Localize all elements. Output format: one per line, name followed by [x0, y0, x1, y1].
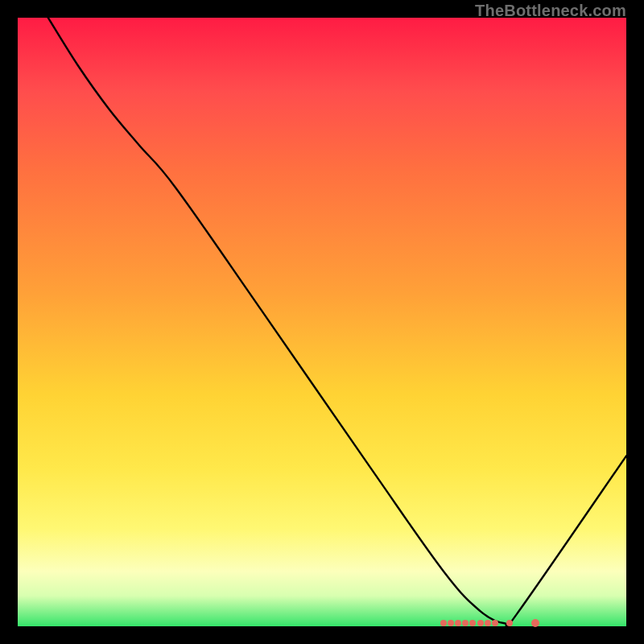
- sample-point: [448, 620, 454, 626]
- sample-point: [462, 620, 469, 626]
- sample-point: [531, 619, 539, 627]
- sample-point: [440, 620, 447, 626]
- sample-point: [469, 620, 476, 626]
- sample-points-layer: [18, 18, 626, 626]
- sample-point: [477, 620, 484, 626]
- sample-point: [492, 620, 498, 626]
- sample-point: [455, 620, 461, 626]
- plot-area: [18, 18, 626, 626]
- sample-point: [506, 620, 513, 626]
- sample-point: [485, 620, 491, 626]
- chart-frame: TheBottleneck.com: [0, 0, 644, 644]
